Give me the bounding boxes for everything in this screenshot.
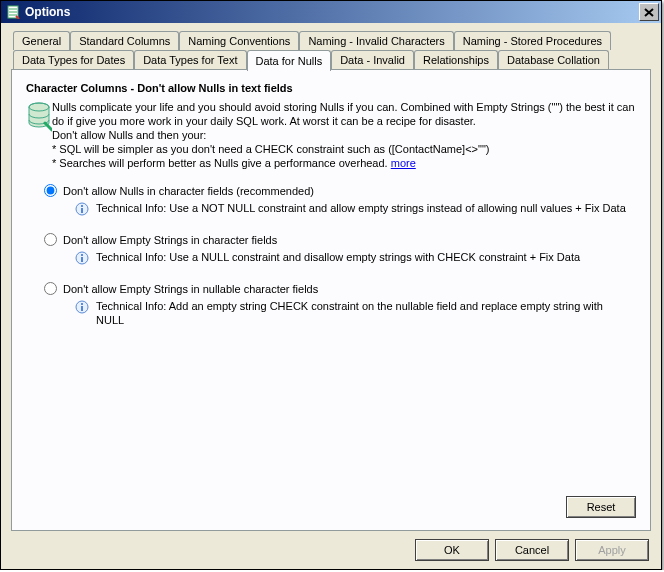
tab-data-types-for-text[interactable]: Data Types for Text <box>134 50 246 69</box>
tab-database-collation[interactable]: Database Collation <box>498 50 609 69</box>
pane-heading: Character Columns - Don't allow Nulls in… <box>26 82 636 94</box>
option-dont-allow-empty-strings: Don't allow Empty Strings in character f… <box>44 233 636 266</box>
apply-button[interactable]: Apply <box>575 539 649 561</box>
intro-line2: Don't allow Nulls and then your: <box>52 129 206 141</box>
option-dont-allow-nulls: Don't allow Nulls in character fields (r… <box>44 184 636 217</box>
option-dont-allow-empty-strings-nullable: Don't allow Empty Strings in nullable ch… <box>44 282 636 327</box>
info-icon <box>74 250 90 266</box>
option-label: Don't allow Nulls in character fields (r… <box>63 185 314 197</box>
dialog-button-bar: OK Cancel Apply <box>11 531 651 563</box>
tab-naming-invalid-characters[interactable]: Naming - Invalid Characters <box>299 31 453 50</box>
app-icon <box>5 4 21 20</box>
more-link[interactable]: more <box>391 157 416 169</box>
cancel-button[interactable]: Cancel <box>495 539 569 561</box>
intro-text: Nulls complicate your life and you shoul… <box>52 100 636 170</box>
tab-standard-columns[interactable]: Standard Columns <box>70 31 179 50</box>
tab-container: General Standard Columns Naming Conventi… <box>11 31 651 531</box>
ok-button[interactable]: OK <box>415 539 489 561</box>
tab-naming-stored-procedures[interactable]: Naming - Stored Procedures <box>454 31 611 50</box>
close-button[interactable] <box>639 3 659 21</box>
tab-data-invalid[interactable]: Data - Invalid <box>331 50 414 69</box>
svg-rect-11 <box>81 306 83 311</box>
intro-bullet1: * SQL will be simpler as you don't need … <box>52 143 489 155</box>
options-dialog: Options General Standard Columns Naming … <box>0 0 662 570</box>
client-area: General Standard Columns Naming Conventi… <box>1 23 661 569</box>
tab-data-for-nulls[interactable]: Data for Nulls <box>247 50 332 71</box>
intro-line1: Nulls complicate your life and you shoul… <box>52 101 635 127</box>
reset-button[interactable]: Reset <box>566 496 636 518</box>
info-icon <box>74 201 90 217</box>
radio-dont-allow-empty-strings-nullable[interactable] <box>44 282 57 295</box>
svg-rect-5 <box>81 208 83 213</box>
info-icon <box>74 299 90 315</box>
svg-rect-8 <box>81 257 83 262</box>
tabstrip-row2: Data Types for Dates Data Types for Text… <box>11 50 651 70</box>
tabstrip-row1: General Standard Columns Naming Conventi… <box>11 31 651 50</box>
option-tech-info: Technical Info: Use a NOT NULL constrain… <box>96 201 626 215</box>
tab-data-types-for-dates[interactable]: Data Types for Dates <box>13 50 134 69</box>
database-icon <box>26 100 52 132</box>
svg-point-10 <box>81 303 83 305</box>
intro-bullet2: * Searches will perform better as Nulls … <box>52 157 391 169</box>
window-title: Options <box>25 5 639 19</box>
svg-point-4 <box>81 205 83 207</box>
intro-block: Nulls complicate your life and you shoul… <box>26 100 636 170</box>
tabpane-data-for-nulls: Character Columns - Don't allow Nulls in… <box>11 69 651 531</box>
option-label: Don't allow Empty Strings in nullable ch… <box>63 283 318 295</box>
radio-dont-allow-empty-strings[interactable] <box>44 233 57 246</box>
tab-naming-conventions[interactable]: Naming Conventions <box>179 31 299 50</box>
option-tech-info: Technical Info: Add an empty string CHEC… <box>96 299 628 327</box>
tab-general[interactable]: General <box>13 31 70 50</box>
option-label: Don't allow Empty Strings in character f… <box>63 234 277 246</box>
titlebar: Options <box>1 1 661 23</box>
svg-point-7 <box>81 254 83 256</box>
radio-dont-allow-nulls[interactable] <box>44 184 57 197</box>
option-tech-info: Technical Info: Use a NULL constraint an… <box>96 250 580 264</box>
tab-relationships[interactable]: Relationships <box>414 50 498 69</box>
